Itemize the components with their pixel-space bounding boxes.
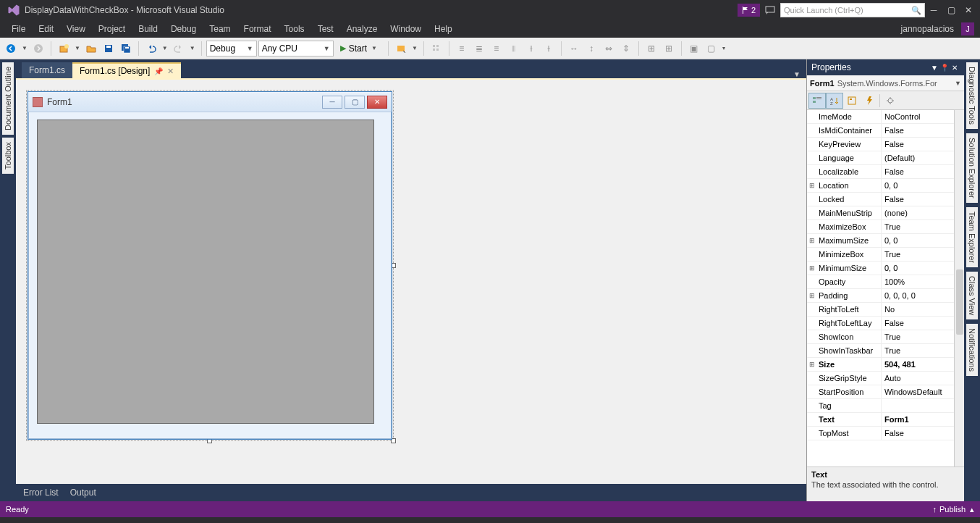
properties-grid[interactable]: ImeModeNoControlIsMdiContainerFalseKeyPr…: [807, 110, 964, 466]
property-row[interactable]: Opacity100%: [807, 275, 954, 289]
toolbar-overflow-icon[interactable]: ▾: [721, 45, 727, 51]
chevron-down-icon[interactable]: ▼: [188, 45, 197, 51]
close-panel-icon[interactable]: ✕: [950, 64, 960, 72]
nav-back-button[interactable]: [3, 41, 19, 57]
property-row[interactable]: SizeGripStyleAuto: [807, 372, 954, 385]
property-row[interactable]: KeyPreviewFalse: [807, 138, 954, 151]
property-row[interactable]: ShowInTaskbarTrue: [807, 344, 954, 358]
property-value[interactable]: (none): [881, 206, 954, 219]
property-value[interactable]: False: [881, 317, 954, 330]
property-value[interactable]: 0, 0: [881, 179, 954, 192]
chevron-up-icon[interactable]: ▴: [970, 505, 974, 514]
property-row[interactable]: ShowIconTrue: [807, 330, 954, 344]
menu-view[interactable]: View: [61, 22, 91, 36]
property-row[interactable]: MainMenuStrip(none): [807, 206, 954, 220]
categorized-button[interactable]: [808, 93, 826, 109]
property-row[interactable]: ⊞Padding0, 0, 0, 0: [807, 289, 954, 303]
chevron-down-icon[interactable]: ▼: [410, 45, 419, 51]
chevron-down-icon[interactable]: ▼: [161, 45, 169, 51]
events-button[interactable]: [861, 93, 878, 109]
menu-file[interactable]: File: [6, 22, 31, 36]
quick-launch-input[interactable]: Quick Launch (Ctrl+Q) 🔍: [780, 3, 925, 17]
property-value[interactable]: True: [881, 330, 954, 343]
close-button[interactable]: ✕: [960, 5, 977, 15]
property-value[interactable]: False: [881, 427, 954, 440]
menu-window[interactable]: Window: [384, 22, 427, 36]
property-row[interactable]: ⊞Size504, 481: [807, 358, 954, 372]
expand-icon[interactable]: ⊞: [807, 179, 817, 192]
account-name[interactable]: jannopalacios: [901, 24, 957, 34]
property-row[interactable]: ⊞Location0, 0: [807, 179, 954, 193]
toolbox-tab[interactable]: Toolbox: [2, 138, 14, 174]
menu-help[interactable]: Help: [428, 22, 458, 36]
datagrid-control[interactable]: [37, 120, 374, 424]
menu-build[interactable]: Build: [132, 22, 164, 36]
notification-badge[interactable]: 2: [738, 4, 760, 17]
configuration-dropdown[interactable]: Debug▼: [206, 41, 257, 57]
property-value[interactable]: False: [881, 193, 954, 206]
window-position-icon[interactable]: ▼: [929, 64, 939, 72]
menu-analyze[interactable]: Analyze: [341, 22, 384, 36]
property-value[interactable]: 0, 0, 0, 0: [881, 289, 954, 302]
tab-form1-cs[interactable]: Form1.cs: [22, 62, 72, 78]
property-value[interactable]: 100%: [881, 275, 954, 288]
menu-debug[interactable]: Debug: [165, 22, 202, 36]
properties-scrollbar[interactable]: [954, 110, 964, 466]
menu-format[interactable]: Format: [238, 22, 277, 36]
property-value[interactable]: (Default): [881, 151, 954, 164]
property-value[interactable]: False: [881, 124, 954, 137]
account-avatar[interactable]: J: [961, 22, 974, 35]
feedback-icon[interactable]: [764, 4, 776, 16]
expand-icon[interactable]: ⊞: [807, 262, 817, 275]
error-list-tab[interactable]: Error List: [23, 488, 59, 498]
new-project-button[interactable]: [56, 41, 72, 57]
pin-icon[interactable]: 📌: [154, 67, 163, 75]
menu-test[interactable]: Test: [312, 22, 339, 36]
property-row[interactable]: LocalizableFalse: [807, 165, 954, 179]
platform-dropdown[interactable]: Any CPU▼: [258, 41, 334, 57]
start-button[interactable]: ▶Start▼: [335, 41, 384, 57]
minimize-button[interactable]: ─: [925, 5, 942, 15]
publish-button[interactable]: Publish: [939, 505, 966, 514]
property-value[interactable]: 504, 481: [881, 358, 954, 371]
class-view-tab[interactable]: Class View: [966, 272, 978, 319]
menu-project[interactable]: Project: [93, 22, 131, 36]
property-value[interactable]: False: [881, 165, 954, 178]
property-row[interactable]: Language(Default): [807, 151, 954, 165]
property-row[interactable]: RightToLeftLayFalse: [807, 317, 954, 330]
property-value[interactable]: No: [881, 303, 954, 316]
property-row[interactable]: RightToLeftNo: [807, 303, 954, 317]
selected-object-dropdown[interactable]: Form1 System.Windows.Forms.For ▼: [807, 75, 964, 91]
property-row[interactable]: TextForm1: [807, 413, 954, 427]
chevron-down-icon[interactable]: ▼: [73, 45, 82, 51]
property-row[interactable]: MaximizeBoxTrue: [807, 220, 954, 234]
scrollbar-thumb[interactable]: [956, 269, 963, 335]
form-designer[interactable]: Form1 ─ ▢ ✕: [16, 78, 806, 484]
diagnostic-tools-tab[interactable]: Diagnostic Tools: [966, 62, 978, 129]
property-row[interactable]: MinimizeBoxTrue: [807, 248, 954, 262]
form1-window[interactable]: Form1 ─ ▢ ✕: [28, 91, 392, 440]
autohide-pin-icon[interactable]: 📍: [939, 64, 950, 72]
close-tab-icon[interactable]: ✕: [167, 67, 174, 76]
property-row[interactable]: StartPositionWindowsDefault: [807, 385, 954, 399]
property-value[interactable]: False: [881, 138, 954, 151]
property-value[interactable]: True: [881, 220, 954, 233]
property-row[interactable]: LockedFalse: [807, 193, 954, 206]
property-pages-button[interactable]: [882, 93, 899, 109]
browser-link-button[interactable]: [393, 41, 409, 57]
open-file-button[interactable]: [83, 41, 99, 57]
tab-list-dropdown-icon[interactable]: ▼: [793, 70, 801, 78]
solution-explorer-tab[interactable]: Solution Explorer: [966, 133, 978, 203]
tab-form1-design[interactable]: Form1.cs [Design] 📌 ✕: [72, 62, 181, 78]
team-explorer-tab[interactable]: Team Explorer: [966, 207, 978, 267]
property-value[interactable]: True: [881, 344, 954, 357]
property-row[interactable]: TopMostFalse: [807, 427, 954, 440]
document-outline-tab[interactable]: Document Outline: [2, 62, 14, 135]
property-row[interactable]: ⊞MaximumSize0, 0: [807, 234, 954, 248]
chevron-down-icon[interactable]: ▼: [20, 45, 29, 51]
save-all-button[interactable]: [118, 41, 134, 57]
property-value[interactable]: 0, 0: [881, 262, 954, 275]
property-row[interactable]: ImeModeNoControl: [807, 110, 954, 124]
property-value[interactable]: [881, 399, 954, 412]
property-value[interactable]: Form1: [881, 413, 954, 426]
